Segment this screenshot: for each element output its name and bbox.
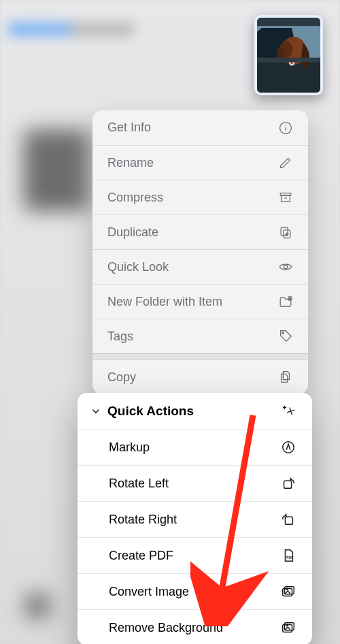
- menu-item-label: Duplicate: [107, 225, 278, 240]
- qa-item-label: Markup: [109, 440, 281, 455]
- svg-rect-1: [257, 62, 320, 93]
- menu-item-get-info[interactable]: Get Info: [92, 110, 308, 145]
- markup-icon: [281, 440, 296, 455]
- svg-point-20: [284, 265, 288, 269]
- menu-item-copy[interactable]: Copy: [92, 359, 308, 394]
- images-icon: [281, 584, 296, 599]
- chevron-down-icon: [88, 405, 103, 417]
- sparkles-icon: [281, 404, 296, 419]
- qa-item-convert-image[interactable]: Convert Image: [78, 573, 312, 609]
- menu-item-tags[interactable]: Tags: [92, 319, 308, 353]
- svg-rect-27: [285, 517, 292, 524]
- menu-item-label: Rename: [107, 156, 278, 170]
- images-icon: [281, 620, 296, 635]
- svg-rect-9: [257, 58, 320, 63]
- qa-item-create-pdf[interactable]: Create PDF PDF: [78, 537, 312, 573]
- qa-item-rotate-left[interactable]: Rotate Left: [78, 465, 312, 501]
- menu-item-duplicate[interactable]: Duplicate: [92, 214, 308, 249]
- svg-rect-2: [257, 18, 320, 26]
- menu-item-label: New Folder with Item: [107, 295, 278, 309]
- menu-item-label: Compress: [107, 191, 278, 205]
- svg-point-31: [286, 588, 288, 590]
- menu-item-label: Tags: [107, 329, 278, 344]
- menu-item-rename[interactable]: Rename: [92, 145, 308, 180]
- qa-item-remove-background[interactable]: Remove Background: [78, 609, 312, 644]
- qa-item-label: Remove Background: [109, 621, 281, 635]
- menu-item-label: Quick Look: [107, 260, 278, 274]
- quick-actions-header[interactable]: Quick Actions: [78, 393, 312, 429]
- svg-point-6: [277, 48, 284, 59]
- rotate-right-icon: [281, 512, 296, 527]
- qa-item-label: Convert Image: [109, 585, 281, 599]
- qa-item-markup[interactable]: Markup: [78, 429, 312, 465]
- menu-item-label: Get Info: [107, 120, 278, 135]
- svg-rect-26: [284, 481, 292, 488]
- rotate-left-icon: [281, 476, 296, 491]
- context-menu: Get Info Rename Compress Duplicate Quick…: [92, 110, 308, 394]
- menu-item-quick-look[interactable]: Quick Look: [92, 249, 308, 284]
- menu-item-compress[interactable]: Compress: [92, 180, 308, 214]
- doc-on-doc-icon: [278, 370, 293, 385]
- duplicate-icon: [278, 225, 293, 240]
- quick-actions-title: Quick Actions: [107, 404, 281, 419]
- svg-point-34: [286, 624, 288, 626]
- qa-item-rotate-right[interactable]: Rotate Right: [78, 501, 312, 537]
- svg-point-24: [282, 332, 284, 334]
- svg-point-12: [285, 125, 286, 125]
- folder-plus-icon: [278, 294, 293, 309]
- qa-item-label: Rotate Left: [109, 477, 281, 491]
- file-thumbnail[interactable]: [254, 15, 323, 95]
- tag-icon: [278, 329, 293, 344]
- qa-item-label: Create PDF: [109, 549, 281, 563]
- menu-item-new-folder[interactable]: New Folder with Item: [92, 284, 308, 319]
- svg-text:PDF: PDF: [286, 556, 293, 560]
- info-icon: [278, 120, 293, 135]
- eye-icon: [278, 259, 293, 274]
- menu-item-label: Copy: [107, 370, 278, 385]
- qa-item-label: Rotate Right: [109, 513, 281, 527]
- pencil-icon: [278, 155, 293, 170]
- pdf-doc-icon: PDF: [281, 548, 296, 563]
- menu-separator: [92, 353, 308, 359]
- archivebox-icon: [278, 190, 293, 205]
- svg-rect-14: [282, 195, 290, 202]
- quick-actions-menu: Quick Actions Markup Rotate Left Rotate …: [78, 393, 312, 644]
